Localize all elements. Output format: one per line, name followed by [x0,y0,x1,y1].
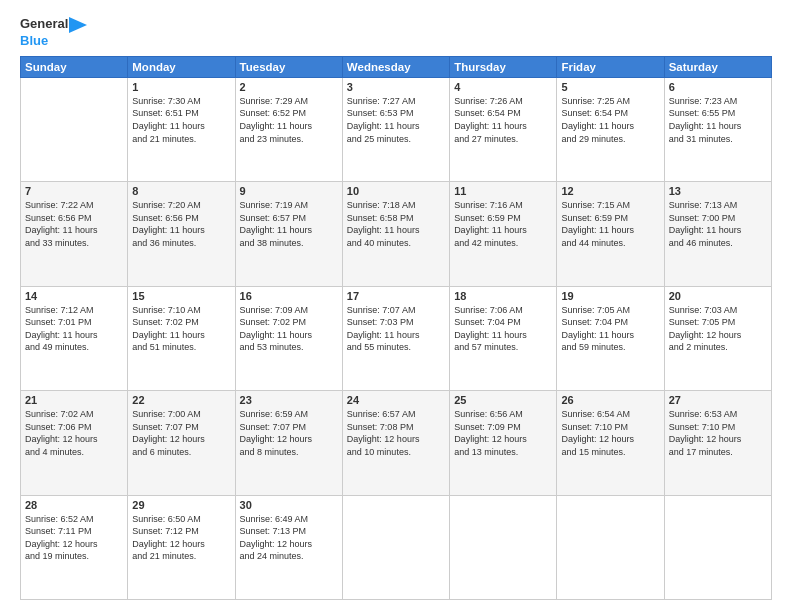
header: General Blue [20,16,772,50]
cell-info: Sunrise: 7:26 AM Sunset: 6:54 PM Dayligh… [454,95,552,145]
calendar-cell [21,77,128,181]
calendar-cell: 17Sunrise: 7:07 AM Sunset: 7:03 PM Dayli… [342,286,449,390]
day-number: 11 [454,185,552,197]
calendar-cell: 21Sunrise: 7:02 AM Sunset: 7:06 PM Dayli… [21,391,128,495]
cell-info: Sunrise: 7:25 AM Sunset: 6:54 PM Dayligh… [561,95,659,145]
day-number: 7 [25,185,123,197]
calendar-cell: 24Sunrise: 6:57 AM Sunset: 7:08 PM Dayli… [342,391,449,495]
calendar-cell: 22Sunrise: 7:00 AM Sunset: 7:07 PM Dayli… [128,391,235,495]
cell-info: Sunrise: 6:54 AM Sunset: 7:10 PM Dayligh… [561,408,659,458]
calendar-cell: 30Sunrise: 6:49 AM Sunset: 7:13 PM Dayli… [235,495,342,599]
day-number: 2 [240,81,338,93]
day-number: 24 [347,394,445,406]
calendar-cell: 14Sunrise: 7:12 AM Sunset: 7:01 PM Dayli… [21,286,128,390]
calendar-cell [557,495,664,599]
calendar-cell [450,495,557,599]
cell-info: Sunrise: 7:27 AM Sunset: 6:53 PM Dayligh… [347,95,445,145]
day-number: 4 [454,81,552,93]
day-number: 8 [132,185,230,197]
day-number: 5 [561,81,659,93]
logo-arrow-icon [69,17,87,33]
cell-info: Sunrise: 6:59 AM Sunset: 7:07 PM Dayligh… [240,408,338,458]
cell-info: Sunrise: 7:13 AM Sunset: 7:00 PM Dayligh… [669,199,767,249]
calendar-cell: 26Sunrise: 6:54 AM Sunset: 7:10 PM Dayli… [557,391,664,495]
day-number: 27 [669,394,767,406]
cell-info: Sunrise: 7:03 AM Sunset: 7:05 PM Dayligh… [669,304,767,354]
cell-info: Sunrise: 7:15 AM Sunset: 6:59 PM Dayligh… [561,199,659,249]
col-header-sunday: Sunday [21,56,128,77]
calendar-cell: 13Sunrise: 7:13 AM Sunset: 7:00 PM Dayli… [664,182,771,286]
cell-info: Sunrise: 7:00 AM Sunset: 7:07 PM Dayligh… [132,408,230,458]
cell-info: Sunrise: 6:53 AM Sunset: 7:10 PM Dayligh… [669,408,767,458]
cell-info: Sunrise: 6:52 AM Sunset: 7:11 PM Dayligh… [25,513,123,563]
cell-info: Sunrise: 7:20 AM Sunset: 6:56 PM Dayligh… [132,199,230,249]
calendar-table: SundayMondayTuesdayWednesdayThursdayFrid… [20,56,772,600]
col-header-friday: Friday [557,56,664,77]
logo: General Blue [20,16,87,50]
day-number: 20 [669,290,767,302]
svg-marker-0 [69,17,87,33]
day-number: 25 [454,394,552,406]
page: General Blue SundayMondayTuesdayWednesda… [0,0,792,612]
calendar-cell: 3Sunrise: 7:27 AM Sunset: 6:53 PM Daylig… [342,77,449,181]
cell-info: Sunrise: 6:57 AM Sunset: 7:08 PM Dayligh… [347,408,445,458]
calendar-cell [664,495,771,599]
calendar-cell: 19Sunrise: 7:05 AM Sunset: 7:04 PM Dayli… [557,286,664,390]
calendar-cell: 11Sunrise: 7:16 AM Sunset: 6:59 PM Dayli… [450,182,557,286]
calendar-cell: 12Sunrise: 7:15 AM Sunset: 6:59 PM Dayli… [557,182,664,286]
day-number: 30 [240,499,338,511]
day-number: 21 [25,394,123,406]
day-number: 22 [132,394,230,406]
day-number: 23 [240,394,338,406]
calendar-cell: 23Sunrise: 6:59 AM Sunset: 7:07 PM Dayli… [235,391,342,495]
cell-info: Sunrise: 7:09 AM Sunset: 7:02 PM Dayligh… [240,304,338,354]
calendar-cell: 4Sunrise: 7:26 AM Sunset: 6:54 PM Daylig… [450,77,557,181]
cell-info: Sunrise: 7:19 AM Sunset: 6:57 PM Dayligh… [240,199,338,249]
day-number: 18 [454,290,552,302]
calendar-week-2: 7Sunrise: 7:22 AM Sunset: 6:56 PM Daylig… [21,182,772,286]
calendar-cell: 2Sunrise: 7:29 AM Sunset: 6:52 PM Daylig… [235,77,342,181]
calendar-cell: 27Sunrise: 6:53 AM Sunset: 7:10 PM Dayli… [664,391,771,495]
day-number: 6 [669,81,767,93]
calendar-cell: 8Sunrise: 7:20 AM Sunset: 6:56 PM Daylig… [128,182,235,286]
calendar-cell: 15Sunrise: 7:10 AM Sunset: 7:02 PM Dayli… [128,286,235,390]
calendar-cell: 20Sunrise: 7:03 AM Sunset: 7:05 PM Dayli… [664,286,771,390]
calendar-cell: 1Sunrise: 7:30 AM Sunset: 6:51 PM Daylig… [128,77,235,181]
calendar-cell: 25Sunrise: 6:56 AM Sunset: 7:09 PM Dayli… [450,391,557,495]
cell-info: Sunrise: 6:56 AM Sunset: 7:09 PM Dayligh… [454,408,552,458]
calendar-week-4: 21Sunrise: 7:02 AM Sunset: 7:06 PM Dayli… [21,391,772,495]
day-number: 26 [561,394,659,406]
cell-info: Sunrise: 7:16 AM Sunset: 6:59 PM Dayligh… [454,199,552,249]
cell-info: Sunrise: 7:06 AM Sunset: 7:04 PM Dayligh… [454,304,552,354]
cell-info: Sunrise: 6:50 AM Sunset: 7:12 PM Dayligh… [132,513,230,563]
day-number: 3 [347,81,445,93]
calendar-cell [342,495,449,599]
calendar-week-5: 28Sunrise: 6:52 AM Sunset: 7:11 PM Dayli… [21,495,772,599]
day-number: 19 [561,290,659,302]
col-header-saturday: Saturday [664,56,771,77]
calendar-cell: 5Sunrise: 7:25 AM Sunset: 6:54 PM Daylig… [557,77,664,181]
cell-info: Sunrise: 7:29 AM Sunset: 6:52 PM Dayligh… [240,95,338,145]
day-number: 13 [669,185,767,197]
calendar-cell: 6Sunrise: 7:23 AM Sunset: 6:55 PM Daylig… [664,77,771,181]
calendar-cell: 10Sunrise: 7:18 AM Sunset: 6:58 PM Dayli… [342,182,449,286]
calendar-cell: 28Sunrise: 6:52 AM Sunset: 7:11 PM Dayli… [21,495,128,599]
logo-text: General Blue [20,16,87,50]
day-number: 9 [240,185,338,197]
calendar-cell: 18Sunrise: 7:06 AM Sunset: 7:04 PM Dayli… [450,286,557,390]
cell-info: Sunrise: 7:12 AM Sunset: 7:01 PM Dayligh… [25,304,123,354]
day-number: 12 [561,185,659,197]
col-header-tuesday: Tuesday [235,56,342,77]
day-number: 15 [132,290,230,302]
cell-info: Sunrise: 7:23 AM Sunset: 6:55 PM Dayligh… [669,95,767,145]
cell-info: Sunrise: 7:22 AM Sunset: 6:56 PM Dayligh… [25,199,123,249]
day-number: 28 [25,499,123,511]
cell-info: Sunrise: 7:18 AM Sunset: 6:58 PM Dayligh… [347,199,445,249]
calendar-cell: 16Sunrise: 7:09 AM Sunset: 7:02 PM Dayli… [235,286,342,390]
day-number: 29 [132,499,230,511]
day-number: 10 [347,185,445,197]
calendar-header-row: SundayMondayTuesdayWednesdayThursdayFrid… [21,56,772,77]
calendar-cell: 29Sunrise: 6:50 AM Sunset: 7:12 PM Dayli… [128,495,235,599]
cell-info: Sunrise: 7:30 AM Sunset: 6:51 PM Dayligh… [132,95,230,145]
cell-info: Sunrise: 6:49 AM Sunset: 7:13 PM Dayligh… [240,513,338,563]
